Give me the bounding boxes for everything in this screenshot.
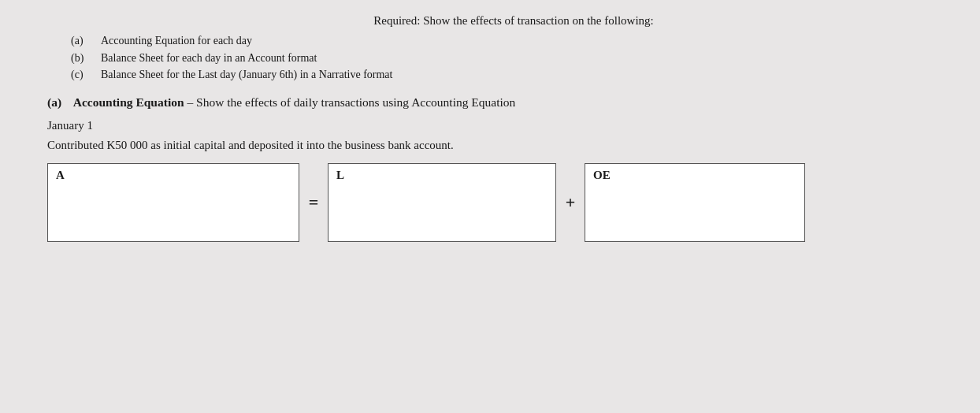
page: Required: Show the effects of transactio…: [0, 0, 980, 413]
box-l-label: L: [336, 169, 344, 182]
list-text-a: Accounting Equation for each day: [101, 32, 252, 50]
box-a-label: A: [56, 169, 65, 182]
equation-row: A = L + OE: [47, 163, 933, 242]
list-label-a: (a): [71, 32, 101, 50]
section-heading: (a) Accounting Equation – Show the effec…: [47, 93, 933, 111]
heading-label: (a): [47, 95, 61, 109]
heading-dash: –: [187, 95, 196, 109]
list-section: (a) Accounting Equation for each day (b)…: [71, 32, 933, 84]
box-liabilities: L: [328, 163, 556, 242]
list-label-c: (c): [71, 66, 101, 84]
list-item: (b) Balance Sheet for each day in an Acc…: [71, 50, 933, 67]
heading-section: (a) Accounting Equation – Show the effec…: [47, 93, 933, 111]
required-line: Required: Show the effects of transactio…: [47, 14, 933, 28]
heading-normal-part: Show the effects of daily transactions u…: [196, 95, 515, 109]
heading-bold-part: Accounting Equation: [73, 95, 184, 109]
list-item: (c) Balance Sheet for the Last day (Janu…: [71, 66, 933, 84]
list-item: (a) Accounting Equation for each day: [71, 32, 933, 50]
equals-operator: =: [299, 163, 328, 242]
box-assets: A: [47, 163, 299, 242]
box-oe-label: OE: [593, 169, 611, 182]
list-label-b: (b): [71, 50, 101, 67]
date-line: January 1: [47, 119, 933, 132]
list-text-b: Balance Sheet for each day in an Account…: [101, 50, 317, 67]
description-line: Contributed K50 000 as initial capital a…: [47, 139, 933, 152]
list-text-c: Balance Sheet for the Last day (January …: [101, 66, 392, 84]
plus-operator: +: [556, 163, 585, 242]
box-owners-equity: OE: [585, 163, 805, 242]
